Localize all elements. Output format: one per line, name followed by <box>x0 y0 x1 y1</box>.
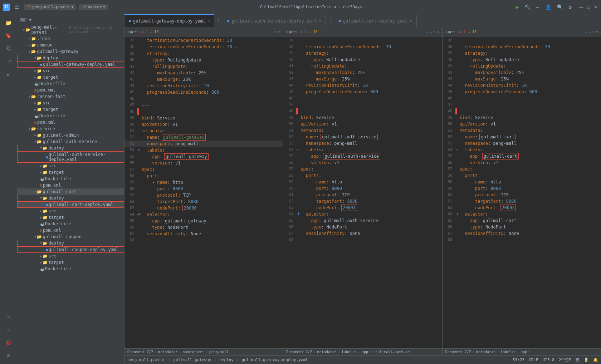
panel-3-sync-right[interactable]: ⇨ <box>589 30 591 34</box>
code-line: 43 maxSurge: 25% <box>124 76 283 83</box>
tree-item-auth-service[interactable]: ▼ 📂 gulimall-auth-service <box>17 138 124 145</box>
tree-item-cart-yaml[interactable]: ● gulimall-cart-deploy.yaml <box>17 201 124 208</box>
tree-item-auth-target[interactable]: ▶ 📁 target <box>17 169 124 176</box>
search-button[interactable]: 🔍 <box>556 4 565 11</box>
encoding[interactable]: UTF-8 <box>543 358 554 362</box>
panel-3-down[interactable]: ∨ <box>596 30 598 34</box>
tree-item-gateway-dockerfile[interactable]: 🐋 Dockerfile <box>17 80 124 87</box>
tree-item-cart[interactable]: ▼ 📂 gulimall-cart <box>17 188 124 195</box>
tree-label: 项目 <box>20 17 28 23</box>
tree-item-renren[interactable]: ▼ 📂 renren-fast <box>17 93 124 100</box>
tree-item-common[interactable]: ▶ 📁 common <box>17 42 124 48</box>
tree-item-gateway-yaml[interactable]: ● gulimall-gateway-deploy.yaml <box>17 61 124 68</box>
maximize-button[interactable]: □ <box>586 5 591 10</box>
tree-item-idea[interactable]: ▶ 📁 .idea <box>17 35 124 42</box>
tab-gateway-icon: ● <box>129 19 131 23</box>
tree-item-coupon-src[interactable]: ▶ 📁 src <box>17 253 124 259</box>
tree-item-cart-dockerfile[interactable]: 🐋 Dockerfile <box>17 221 124 227</box>
project-selector[interactable]: PP peng-mall-parent ▼ <box>24 4 76 10</box>
sidebar-debug-icon[interactable]: 🐞 <box>3 337 14 348</box>
tree-item-auth-src[interactable]: ▶ 📁 src <box>17 163 124 169</box>
tab-auth-close[interactable]: ✕ <box>319 19 321 23</box>
tree-item-gateway-target[interactable]: ▶ 📁 target <box>17 74 124 80</box>
tree-item-gateway-deploy[interactable]: ▼ 📂 deploy <box>17 55 124 61</box>
tab-gateway[interactable]: ● gulimall-gateway-deploy.yaml ✕ <box>124 14 214 27</box>
code-line: 60 port: 8080 <box>443 185 601 192</box>
tree-item-admin[interactable]: ▶ 📁 gulimall-admin <box>17 132 124 138</box>
sidebar-project-icon[interactable]: 📁 <box>3 17 14 29</box>
editor-scroll-3[interactable]: 37 38 terminationGracePeriodSeconds: 30 … <box>443 37 601 348</box>
panel-2-up[interactable]: ∧ <box>434 30 436 34</box>
breadcrumb-3[interactable]: deploy <box>219 358 234 362</box>
panel-2-sync-right[interactable]: ⇨ <box>430 30 432 34</box>
sidebar-run-icon[interactable]: ▶ <box>3 69 14 80</box>
editor-scroll-2[interactable]: 37 38 terminationGracePeriodSeconds: 30 … <box>283 37 442 348</box>
tree-item-cart-src[interactable]: ▶ 📁 src <box>17 208 124 214</box>
build-button[interactable]: 🔨 <box>523 4 532 11</box>
more-button[interactable]: ⋯ <box>535 4 541 11</box>
code-line: 43 maxSurge: 25% <box>283 76 442 82</box>
tree-item-service[interactable]: ▼ 📂 service <box>17 126 124 132</box>
tree-item-cart-pom[interactable]: m pom.xml <box>17 227 124 233</box>
panel-1-up[interactable]: ∧ <box>274 30 277 34</box>
tab-cart[interactable]: ● gulimall-cart-deploy.yaml ✕ <box>334 14 417 27</box>
code-line: 56 version: v1 <box>443 159 601 166</box>
panel-3-up[interactable]: ∧ <box>592 30 595 34</box>
sidebar-bookmark-icon[interactable]: 🔖 <box>3 30 14 41</box>
tree-item-coupon[interactable]: ▼ 📂 gulimall-coupon <box>17 233 124 240</box>
tree-item-auth-deploy[interactable]: ▼ 📂 deploy <box>17 145 124 151</box>
notification-icon[interactable]: 🔔 <box>593 358 598 362</box>
panel-3-sync-left[interactable]: ⇦ <box>585 30 587 34</box>
tree-item-gateway[interactable]: ▼ 📂 gulimall-gateway <box>17 48 124 55</box>
panel-2-down[interactable]: ∨ <box>437 30 439 34</box>
tab-more-1[interactable]: ⋮ <box>214 14 223 27</box>
tree-item-auth-pom[interactable]: m pom.xml <box>17 182 124 188</box>
tab-auth[interactable]: ● gulimall-auth-service-deploy.yaml ✕ <box>223 14 326 27</box>
tab-cart-close[interactable]: ✕ <box>410 19 412 23</box>
sidebar-git-icon[interactable]: ⎇ <box>3 56 14 67</box>
tree-item-coupon-target[interactable]: ▶ 📁 target <box>17 259 124 266</box>
close-button[interactable]: ✕ <box>593 5 598 10</box>
renren-label: renren-fast <box>37 94 65 99</box>
tab-gateway-close[interactable]: ✕ <box>207 19 210 23</box>
tree-item-auth-yaml[interactable]: ● gulimall-auth-service-deploy.yaml <box>17 151 124 163</box>
tree-item-coupon-deploy[interactable]: ▼ 📂 deploy <box>17 240 124 246</box>
breadcrumb-2[interactable]: gulimall-gateway <box>174 358 211 362</box>
menu-button[interactable]: ☰ <box>13 3 21 11</box>
settings-button[interactable]: ⚙ <box>567 4 573 11</box>
breadcrumb-1[interactable]: peng-mall-parent <box>127 358 165 362</box>
tree-item-gateway-src[interactable]: ▶ 📁 src <box>17 68 124 74</box>
tree-item-cart-target[interactable]: ▶ 📁 target <box>17 214 124 221</box>
common-arrow: ▶ <box>29 43 30 47</box>
tree-header[interactable]: 项目 ▼ <box>17 16 124 24</box>
tree-root[interactable]: ▼ 📂 peng-mall-parent E:\Data\gitCode\pen… <box>17 24 124 35</box>
tree-item-renren-dockerfile[interactable]: 🐋 Dockerfile <box>17 113 124 119</box>
sidebar-terminal-icon[interactable]: ⌨ <box>3 311 14 323</box>
panel-2-sync-left[interactable]: ⇦ <box>426 30 429 34</box>
tree-item-renren-src[interactable]: ▶ 📁 src <box>17 100 124 106</box>
breadcrumb-4[interactable]: gulimall-gateway-deploy.yaml <box>242 358 308 362</box>
run-button[interactable]: ▶ <box>514 4 520 11</box>
user-button[interactable]: 👤 <box>544 4 553 11</box>
editor-scroll-1[interactable]: 37 terminationGracePeriodSeconds: 30 38 … <box>124 37 283 348</box>
renren-src-label: src <box>43 100 50 105</box>
branch-selector[interactable]: ⎇ master ▼ <box>79 4 108 10</box>
tree-item-renren-target[interactable]: ▶ 📁 target <box>17 106 124 113</box>
tree-item-cart-deploy[interactable]: ▼ 📂 deploy <box>17 195 124 201</box>
panel-1-down[interactable]: ∨ <box>278 30 280 34</box>
tab-more-3[interactable]: ⋮ <box>417 14 425 27</box>
sidebar-settings-icon[interactable]: ⚙ <box>3 350 14 361</box>
tree-item-coupon-dockerfile[interactable]: 🐋 Dockerfile <box>17 266 124 272</box>
sidebar-problems-icon[interactable]: ⚠ <box>3 324 14 335</box>
minimize-button[interactable]: — <box>579 5 584 10</box>
tree-item-coupon-yaml[interactable]: ● gulimall-coupon-deploy.yaml <box>17 246 124 253</box>
tree-item-auth-dockerfile[interactable]: 🐋 Dockerfile <box>17 176 124 182</box>
tree-item-renren-pom[interactable]: m pom.xml <box>17 119 124 126</box>
line-ending[interactable]: CRLF <box>529 358 538 362</box>
indent[interactable]: 2个空M <box>559 357 571 363</box>
code-line: 42 maxUnavailable: 25% <box>443 69 601 76</box>
sidebar-structure-icon[interactable]: 🏗 <box>3 43 14 54</box>
input-method[interactable]: 英 <box>576 357 580 363</box>
tab-more-2[interactable]: ⋮ <box>326 14 334 27</box>
tree-item-gateway-pom[interactable]: m pom.xml <box>17 87 124 93</box>
